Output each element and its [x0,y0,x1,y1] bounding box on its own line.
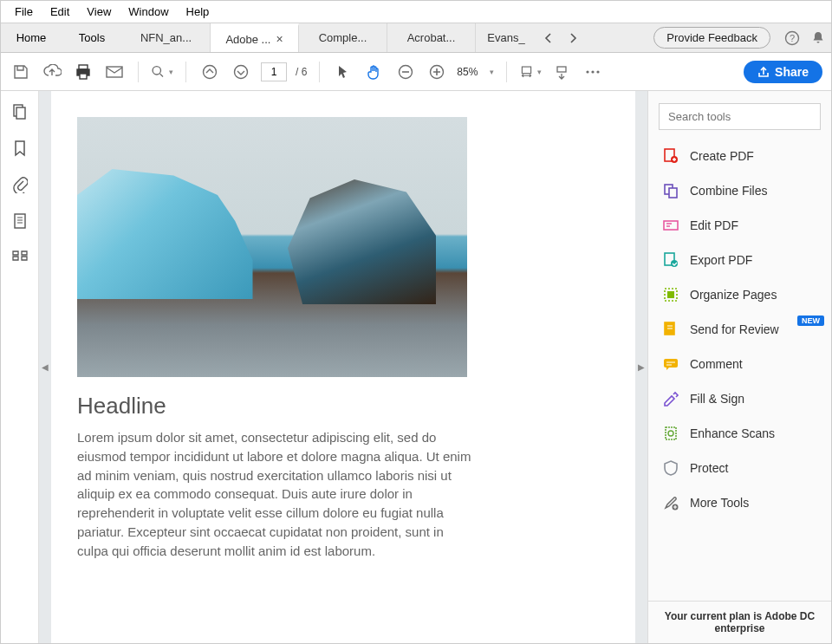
document-tab[interactable]: NFN_an... [122,23,211,52]
tool-label: Send for Review [690,322,779,336]
tab-scroll-left-icon[interactable] [536,23,561,52]
tool-icon [662,494,679,511]
menu-window[interactable]: Window [120,3,177,21]
scroll-mode-icon[interactable] [550,61,573,83]
share-label: Share [775,65,809,79]
cloud-upload-icon[interactable] [41,61,63,83]
layers-icon[interactable] [12,212,28,230]
attachments-icon[interactable] [12,176,28,193]
zoom-out-icon[interactable] [394,61,417,83]
thumbnails-icon[interactable] [11,103,29,120]
menu-view[interactable]: View [78,3,120,21]
svg-rect-22 [669,188,677,198]
help-icon[interactable]: ? [779,23,805,52]
tool-label: Enhance Scans [690,426,775,440]
document-page[interactable]: Headline Lorem ipsum dolor sit amet, con… [51,91,635,643]
svg-rect-29 [664,359,678,368]
document-tab-label: Comple... [319,31,367,44]
tool-create-pdf[interactable]: Create PDF [648,139,831,173]
close-tab-icon[interactable]: × [276,32,283,46]
document-tab[interactable]: Adobe ...× [211,23,299,52]
collapse-left-icon[interactable]: ◀ [39,91,51,643]
tool-icon [662,217,679,234]
document-image [77,117,467,377]
zoom-in-icon[interactable] [426,61,448,83]
tool-combine-files[interactable]: Combine Files [648,173,831,208]
save-icon[interactable] [10,61,32,83]
find-icon[interactable]: ▾ [151,61,173,83]
notifications-icon[interactable] [805,23,831,52]
zoom-level-label[interactable]: 85% [457,66,478,78]
tool-fill-sign[interactable]: Fill & Sign [648,381,831,416]
selection-tool-icon[interactable] [332,61,354,83]
tool-icon [662,147,679,165]
tab-home[interactable]: Home [1,23,62,52]
svg-point-7 [204,65,217,78]
new-badge: NEW [797,315,824,326]
page-down-icon[interactable] [230,61,252,83]
svg-rect-11 [523,67,531,74]
document-viewer: ◀ Headline Lorem ipsum dolor sit amet, c… [39,91,647,643]
tool-icon [662,459,679,477]
svg-point-14 [592,70,595,73]
tool-export-pdf[interactable]: Export PDF [648,243,831,277]
page-up-icon[interactable] [198,61,221,83]
more-options-icon[interactable] [582,61,604,83]
chevron-down-icon: ▾ [537,68,542,76]
tool-edit-pdf[interactable]: Edit PDF [648,208,831,243]
tool-enhance-scans[interactable]: Enhance Scans [648,416,831,451]
document-tab[interactable]: Acrobat... [387,23,476,52]
bookmarks-icon[interactable] [13,140,27,157]
search-tools-input[interactable] [659,103,821,130]
tool-comment[interactable]: Comment [648,347,831,381]
svg-rect-17 [16,107,25,119]
tab-scroll-right-icon[interactable] [561,23,585,52]
tool-icon [662,286,679,303]
document-tab[interactable]: Comple... [299,23,387,52]
document-tab[interactable]: Evans_ [476,23,536,52]
svg-rect-23 [664,221,678,230]
tool-label: Organize Pages [690,288,777,302]
toolbar: ▾ / 6 85%▾ ▾ Share [1,53,831,91]
fit-width-icon[interactable]: ▾ [519,61,542,83]
svg-rect-5 [107,67,122,77]
page-count-label: / 6 [296,66,307,78]
svg-point-6 [153,66,160,74]
provide-feedback-button[interactable]: Provide Feedback [653,27,770,49]
menu-bar: File Edit View Window Help [1,1,831,23]
menu-file[interactable]: File [6,3,42,21]
svg-rect-12 [557,67,566,72]
tool-label: Create PDF [690,149,754,163]
chevron-down-icon[interactable]: ▾ [490,68,494,76]
menu-edit[interactable]: Edit [42,3,78,21]
menu-help[interactable]: Help [178,3,218,21]
svg-rect-2 [79,65,88,69]
main-area: ◀ Headline Lorem ipsum dolor sit amet, c… [1,91,831,643]
tool-icon [662,182,679,199]
tool-protect[interactable]: Protect [648,451,831,485]
plan-info-label: Your current plan is Adobe DC enterprise [648,601,831,643]
tool-more-tools[interactable]: More Tools [648,485,831,520]
share-button[interactable]: Share [744,61,822,83]
chevron-down-icon: ▾ [169,68,173,76]
tool-send-for-review[interactable]: Send for ReviewNEW [648,312,831,347]
svg-rect-4 [80,74,87,79]
print-icon[interactable] [72,61,94,83]
document-body-text: Lorem ipsum dolor sit amet, consectetur … [77,428,476,560]
tool-organize-pages[interactable]: Organize Pages [648,277,831,312]
tool-icon [662,251,679,269]
page-number-input[interactable] [261,62,287,81]
signatures-icon[interactable] [11,249,29,263]
tools-panel: Create PDFCombine FilesEdit PDFExport PD… [647,91,831,643]
svg-point-31 [668,431,673,436]
email-icon[interactable] [103,61,126,83]
svg-rect-30 [666,427,676,439]
collapse-right-icon[interactable]: ▶ [635,91,647,643]
tab-tools[interactable]: Tools [62,23,122,52]
tool-label: Combine Files [690,184,767,198]
tool-icon [662,321,679,338]
hand-tool-icon[interactable] [363,61,386,83]
svg-point-15 [597,70,600,73]
share-icon [757,66,770,78]
tool-label: Fill & Sign [690,392,744,406]
